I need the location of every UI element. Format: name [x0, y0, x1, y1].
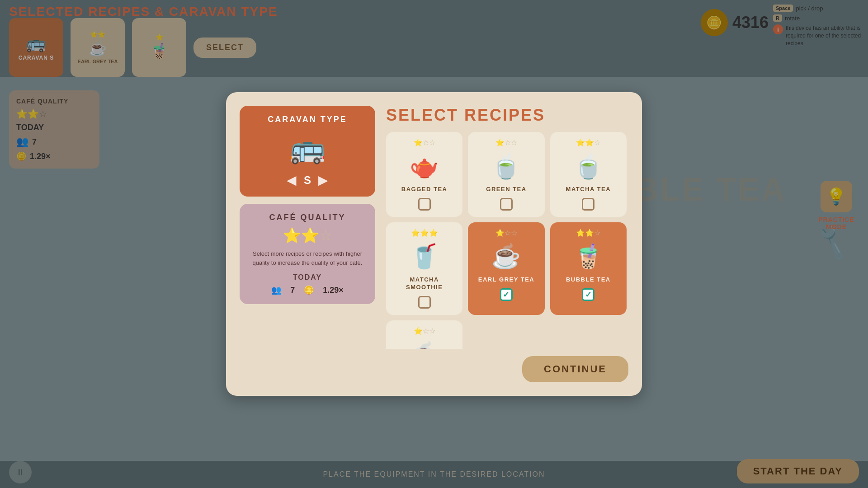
quality-stars: ⭐⭐☆ — [249, 227, 366, 244]
recipe-card-english[interactable]: ⭐☆☆ ☕ ENGLISH ✓ — [386, 320, 462, 349]
caravan-type-title: CARAVAN TYPE — [249, 115, 366, 124]
recipe-card-bagged-tea[interactable]: ⭐☆☆ 🫖 BAGGED TEA ✓ — [386, 132, 462, 217]
modal-left-panel: CARAVAN TYPE 🚌 ◀ S ▶ CAFÉ QUALITY ⭐⭐☆ Se… — [240, 106, 375, 382]
recipe-name-earl-grey-tea: EARL GREY TEA — [478, 276, 534, 284]
recipe-checkbox-green-tea[interactable]: ✓ — [500, 198, 513, 211]
quality-coin-icon: 🪙 — [304, 285, 314, 295]
recipe-checkbox-earl-grey-tea[interactable]: ✓ — [500, 288, 513, 301]
recipe-card-matcha-smoothie[interactable]: ⭐⭐⭐ 🥤 MATCHA SMOOTHIE ✓ — [386, 222, 462, 315]
quality-today-label: TODAY — [249, 273, 366, 282]
recipe-name-bubble-tea: BUBBLE TEA — [566, 276, 611, 284]
recipe-stars-bubble-tea: ⭐⭐☆ — [576, 229, 600, 237]
recipe-icon-bagged-tea: 🫖 — [409, 150, 440, 182]
recipe-name-green-tea: GREEN TEA — [486, 186, 526, 193]
caravan-prev-button[interactable]: ◀ — [287, 173, 297, 188]
quality-description: Select more recipes or recipes with high… — [249, 249, 366, 267]
modal-title: SELECT RECIPES — [386, 106, 628, 125]
caravan-next-button[interactable]: ▶ — [318, 173, 328, 188]
recipe-name-matcha-smoothie: MATCHA SMOOTHIE — [392, 276, 456, 291]
recipe-card-earl-grey-tea[interactable]: ⭐☆☆ ☕ EARL GREY TEA ✓ — [468, 222, 544, 315]
recipe-checkbox-matcha-tea[interactable]: ✓ — [582, 198, 594, 211]
recipe-stars-matcha-smoothie: ⭐⭐⭐ — [411, 229, 438, 237]
recipe-checkmark-earl-grey-tea: ✓ — [503, 290, 509, 300]
caravan-modal-icon: 🚌 — [249, 131, 366, 165]
recipe-selection-modal: CARAVAN TYPE 🚌 ◀ S ▶ CAFÉ QUALITY ⭐⭐☆ Se… — [226, 92, 642, 396]
recipe-icon-earl-grey-tea: ☕ — [491, 241, 522, 272]
cafe-quality-title: CAFÉ QUALITY — [249, 213, 366, 222]
recipe-card-bubble-tea[interactable]: ⭐⭐☆ 🧋 BUBBLE TEA ✓ — [550, 222, 627, 315]
recipe-name-matcha-tea: MATCHA TEA — [566, 186, 611, 193]
recipe-icon-english: ☕ — [409, 339, 440, 349]
recipe-card-matcha-tea[interactable]: ⭐⭐☆ 🍵 MATCHA TEA ✓ — [550, 132, 627, 217]
recipe-name-bagged-tea: BAGGED TEA — [401, 186, 448, 193]
cafe-quality-panel: CAFÉ QUALITY ⭐⭐☆ Select more recipes or … — [240, 204, 375, 304]
recipe-checkbox-bubble-tea[interactable]: ✓ — [582, 288, 594, 301]
recipe-stars-green-tea: ⭐☆☆ — [495, 138, 517, 147]
recipe-icon-matcha-smoothie: 🥤 — [409, 241, 440, 272]
recipe-icon-bubble-tea: 🧋 — [572, 241, 604, 272]
recipe-icon-green-tea: 🍵 — [491, 150, 522, 182]
quality-people-icon: 👥 — [271, 285, 281, 295]
caravan-type-panel: CARAVAN TYPE 🚌 ◀ S ▶ — [240, 106, 375, 197]
recipe-stars-matcha-tea: ⭐⭐☆ — [576, 138, 600, 147]
recipe-checkmark-bubble-tea: ✓ — [585, 290, 592, 300]
continue-button[interactable]: CONTINUE — [522, 356, 628, 382]
quality-customers: 7 — [290, 286, 295, 295]
quality-multiplier: 1.29× — [323, 286, 344, 295]
recipe-card-green-tea[interactable]: ⭐☆☆ 🍵 GREEN TEA ✓ — [468, 132, 544, 217]
modal-overlay: CARAVAN TYPE 🚌 ◀ S ▶ CAFÉ QUALITY ⭐⭐☆ Se… — [0, 0, 868, 488]
caravan-size-selector: ◀ S ▶ — [249, 173, 366, 188]
recipe-icon-matcha-tea: 🍵 — [572, 150, 604, 182]
recipes-grid: ⭐☆☆ 🫖 BAGGED TEA ✓ ⭐☆☆ 🍵 GREEN TEA ✓ ⭐⭐☆… — [386, 132, 628, 349]
recipe-checkbox-matcha-smoothie[interactable]: ✓ — [418, 296, 431, 309]
recipe-checkbox-bagged-tea[interactable]: ✓ — [418, 198, 431, 211]
recipe-stars-english: ⭐☆☆ — [414, 327, 435, 335]
caravan-size-value: S — [304, 174, 311, 187]
modal-right-panel: SELECT RECIPES ⭐☆☆ 🫖 BAGGED TEA ✓ ⭐☆☆ 🍵 … — [386, 106, 628, 382]
quality-stats: 👥 7 🪙 1.29× — [249, 285, 366, 295]
recipe-stars-earl-grey-tea: ⭐☆☆ — [495, 229, 517, 237]
recipe-stars-bagged-tea: ⭐☆☆ — [414, 138, 435, 147]
